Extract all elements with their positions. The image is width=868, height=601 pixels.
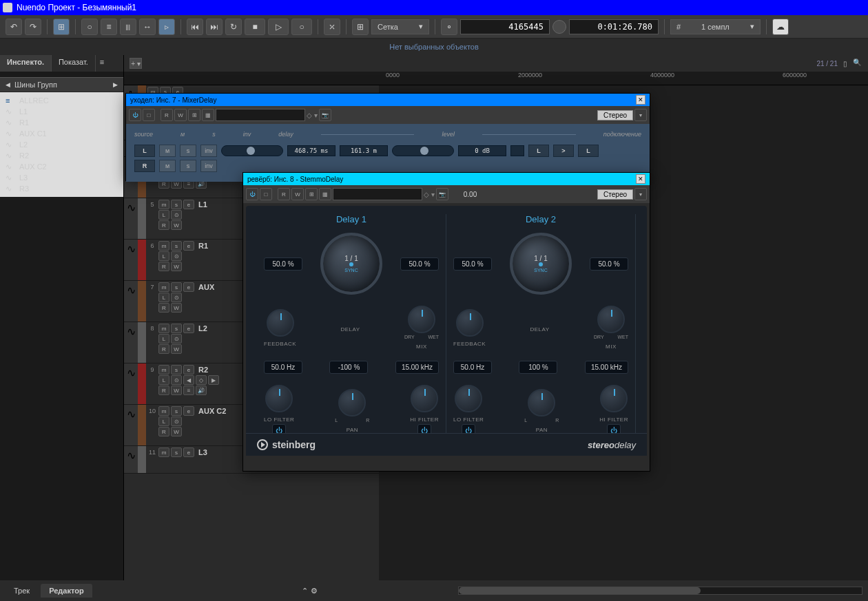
bypass-button[interactable]: □ bbox=[260, 188, 272, 200]
speaker-button[interactable]: 🔊 bbox=[196, 386, 207, 395]
hifilter-knob[interactable] bbox=[600, 385, 628, 412]
track-item[interactable]: ∿L2 bbox=[0, 139, 123, 150]
dropdown-button[interactable]: ▾ bbox=[634, 188, 647, 200]
read-button[interactable]: R bbox=[161, 109, 173, 121]
pan-knob[interactable] bbox=[528, 389, 555, 417]
mute-button[interactable]: м bbox=[159, 160, 176, 172]
ab-button[interactable]: ⊞ bbox=[305, 188, 318, 200]
plugin-titlebar[interactable]: ревёрб: Инс. 8 - StemmoDelay ✕ bbox=[243, 173, 650, 185]
O-button[interactable]: ⊙ bbox=[171, 251, 182, 261]
edit-button[interactable]: e bbox=[183, 447, 194, 457]
lofilter-knob[interactable] bbox=[265, 385, 293, 412]
feedback-knob[interactable] bbox=[267, 309, 294, 337]
write-button[interactable]: W bbox=[171, 262, 182, 271]
redo-button[interactable]: ↷ bbox=[25, 19, 41, 35]
crossfade-button[interactable]: ⤫ bbox=[324, 19, 340, 35]
read-button[interactable]: R bbox=[158, 303, 169, 313]
route-from[interactable]: L bbox=[528, 145, 549, 157]
route-to[interactable]: L bbox=[578, 145, 599, 157]
clock-icon[interactable] bbox=[552, 20, 566, 34]
lofilter-knob[interactable] bbox=[455, 385, 482, 412]
edit-button[interactable]: e bbox=[183, 365, 194, 375]
ruler[interactable]: 0000 2000000 4000000 6000000 bbox=[124, 72, 868, 85]
group-header[interactable]: ◀ Шины Групп ▶ bbox=[0, 77, 123, 92]
edit-button[interactable]: e bbox=[183, 324, 194, 333]
write-button[interactable]: W bbox=[171, 220, 182, 230]
feedback-value[interactable]: 50.0 % bbox=[264, 257, 302, 271]
solo-button[interactable]: s bbox=[171, 200, 182, 209]
camera-button[interactable]: 📷 bbox=[319, 109, 331, 121]
read-button[interactable]: R bbox=[158, 262, 169, 271]
L-button[interactable]: L bbox=[158, 251, 169, 261]
plugin-titlebar[interactable]: уходел: Инс. 7 - MixerDelay ✕ bbox=[126, 94, 650, 106]
timecode-field[interactable]: 0:01:26.780 bbox=[569, 19, 659, 34]
preset-button[interactable]: ▦ bbox=[202, 109, 214, 121]
O-button[interactable]: ⊙ bbox=[171, 293, 182, 302]
write-button[interactable]: W bbox=[291, 188, 304, 200]
dropdown-button[interactable]: ▾ bbox=[634, 109, 647, 121]
tab-editor[interactable]: Редактор bbox=[41, 584, 92, 598]
undo-button[interactable]: ↶ bbox=[6, 19, 22, 35]
write-button[interactable]: W bbox=[171, 386, 182, 395]
track-item[interactable]: ∿L1 bbox=[0, 106, 123, 117]
solo-button[interactable]: s bbox=[171, 406, 182, 416]
write-button[interactable]: W bbox=[171, 303, 182, 313]
track-item[interactable]: ∿L3 bbox=[0, 172, 123, 183]
rewind-button[interactable]: ⏮ bbox=[187, 19, 203, 35]
gear-icon[interactable]: ⚙ bbox=[311, 587, 318, 595]
feedback-knob[interactable] bbox=[456, 309, 484, 337]
tool-button-5[interactable]: ▹ bbox=[158, 19, 175, 35]
O-button[interactable]: ⊙ bbox=[171, 417, 182, 426]
grid-select[interactable]: Сетка bbox=[371, 19, 429, 34]
read-button[interactable]: R bbox=[278, 188, 290, 200]
track-item[interactable]: ∿AUX C2 bbox=[0, 161, 123, 172]
inv-button[interactable]: inv bbox=[200, 145, 217, 157]
write-button[interactable]: W bbox=[171, 344, 182, 354]
tab-visibility[interactable]: Показат. bbox=[52, 55, 96, 72]
power-button[interactable]: ⏻ bbox=[129, 109, 141, 121]
L-button[interactable]: L bbox=[158, 210, 169, 220]
mute-button[interactable]: m bbox=[158, 282, 169, 292]
solo-button[interactable]: s bbox=[171, 241, 182, 251]
cloud-button[interactable]: ☁ bbox=[772, 19, 789, 35]
level-db[interactable]: 0 dB bbox=[458, 145, 506, 156]
edit-button[interactable]: e bbox=[183, 241, 194, 251]
pan-knob[interactable] bbox=[338, 389, 366, 417]
mix-value[interactable]: 50.0 % bbox=[400, 257, 439, 271]
next-button[interactable]: ▶ bbox=[208, 375, 219, 385]
solo-button[interactable]: s bbox=[180, 160, 196, 172]
hifilter-value[interactable]: 15.00 kHz bbox=[585, 361, 628, 374]
bypass-button[interactable]: □ bbox=[143, 109, 155, 121]
diamond-button[interactable]: ◇ bbox=[196, 375, 207, 385]
stop-button[interactable]: ■ bbox=[245, 19, 265, 35]
chevron-up-icon[interactable]: ⌃ bbox=[302, 587, 308, 595]
L-button[interactable]: L bbox=[158, 417, 169, 426]
track-item[interactable]: ∿AUX C1 bbox=[0, 128, 123, 139]
track-item[interactable]: ∿R2 bbox=[0, 150, 123, 161]
prev-button[interactable]: ◀ bbox=[183, 375, 194, 385]
tool-button-1[interactable]: ○ bbox=[81, 19, 98, 35]
quantize-select[interactable]: # 1 семпл bbox=[670, 19, 761, 34]
mute-button[interactable]: m bbox=[158, 365, 169, 375]
edit-button[interactable]: e bbox=[183, 282, 194, 292]
mix-value[interactable]: 50.0 % bbox=[590, 257, 628, 271]
delay-ms[interactable]: 468.75 ms bbox=[287, 145, 335, 156]
tool-button-3[interactable]: ⫼ bbox=[120, 19, 136, 35]
mute-button[interactable]: m bbox=[158, 324, 169, 333]
position-field[interactable]: 4165445 bbox=[460, 19, 550, 34]
divider-icon[interactable]: ▯ bbox=[843, 60, 847, 67]
write-button[interactable]: W bbox=[171, 427, 182, 436]
solo-button[interactable]: s bbox=[171, 447, 182, 457]
solo-button[interactable]: s bbox=[180, 145, 196, 157]
stereo-label[interactable]: Стерео bbox=[597, 110, 633, 120]
lofilter-value[interactable]: 50.0 Hz bbox=[453, 361, 492, 374]
level-slider[interactable] bbox=[392, 145, 454, 156]
close-icon[interactable]: ✕ bbox=[636, 95, 645, 105]
stereo-label[interactable]: Стерео bbox=[597, 189, 633, 200]
zoom-icon[interactable]: 🔍 bbox=[853, 59, 862, 68]
record-button[interactable]: ○ bbox=[291, 19, 312, 35]
delay-knob[interactable]: 1 / 1 SYNC bbox=[510, 233, 572, 295]
list-button[interactable]: ≡ bbox=[183, 386, 194, 395]
track-item[interactable]: ≡ALLREC bbox=[0, 95, 123, 106]
O-button[interactable]: ⊙ bbox=[171, 334, 182, 344]
